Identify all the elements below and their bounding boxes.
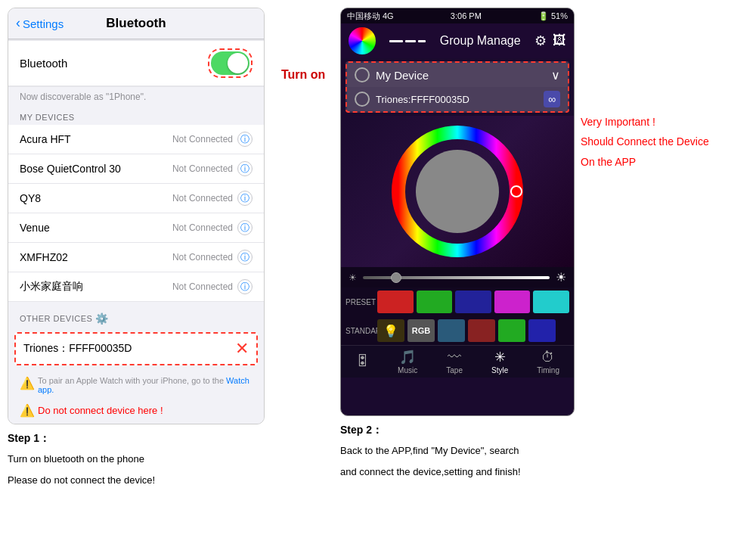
other-device-name: Triones：FFFF00035D [23,342,132,356]
app-screen: 中国移动 4G 3:06 PM 🔋 51% [340,8,575,416]
color-wheel-area [341,116,574,267]
info-btn[interactable]: ⓘ [237,279,253,294]
battery-text: 51% [551,11,568,20]
step2-section: Step 2： Back to the APP,find "My Device"… [340,424,748,479]
right-annotations: Very Important ! Should Connect the Devi… [581,8,709,416]
annotation-line1: Very Important ! [581,113,709,130]
preset-swatch-blue[interactable] [455,291,491,313]
svg-point-2 [511,186,522,197]
standard-btn-teal[interactable] [438,319,465,342]
standard-label: STANDARD [345,327,374,335]
brightness-slider: ☀ ☀ [341,267,574,287]
color-wheel-icon[interactable] [349,27,376,54]
warning-icon: ⚠️ [20,376,35,390]
step1-line1: Turn on bluetooth on the phone [8,452,333,467]
info-btn[interactable]: ⓘ [237,132,253,147]
time-text: 3:06 PM [451,11,482,20]
info-btn[interactable]: ⓘ [237,220,253,235]
back-button[interactable]: ‹ Settings [16,16,64,31]
preset-label: PRESET [345,298,374,306]
triones-circle-icon [355,92,370,107]
my-device-row[interactable]: My Device ∨ [347,63,568,87]
music-icon: 🎵 [399,349,416,365]
brightness-min-icon: ☀ [349,272,357,283]
tune-icon: 🎛 [355,353,369,369]
nav-item-style[interactable]: ✳ Style [491,349,508,375]
nav-item-music[interactable]: 🎵 Music [398,349,417,375]
standard-btn-darkred[interactable] [468,319,495,342]
preset-swatch-green[interactable] [417,291,453,313]
bluetooth-row: Bluetooth [8,40,264,86]
app-header: Group Manage ⚙ 🖼 [341,23,574,58]
link-icon[interactable]: ∞ [544,91,560,107]
discoverable-text: Now discoverable as "1Phone". [8,87,264,108]
standard-btn-blue2[interactable] [528,319,556,342]
app-header-icons: ⚙ 🖼 [534,33,566,49]
timing-icon: ⏱ [541,350,555,365]
app-bottom-nav: 🎛 🎵 Music 〰 Tape ✳ Style [341,345,574,378]
standard-btn-rgb[interactable]: RGB [407,319,435,342]
battery-icon: 🔋 [538,11,549,21]
info-btn[interactable]: ⓘ [237,191,253,206]
step1-line2: Please do not connect the device! [8,473,333,488]
back-arrow-icon: ‹ [16,15,20,31]
svg-point-1 [416,150,499,233]
ios-title: Bluetooth [106,16,166,31]
preset-swatch-red[interactable] [377,291,414,313]
nav-item-timing[interactable]: ⏱ Timing [537,350,559,375]
watch-warning: ⚠️ To pair an Apple Watch with your iPho… [8,370,264,400]
annotation-line2: Should Connect the Device [581,133,709,150]
nav-item-tape[interactable]: 〰 Tape [446,350,463,375]
x-button[interactable]: ✕ [235,340,249,357]
my-device-dropdown[interactable]: My Device ∨ Triones:FFFF00035D ∞ [345,61,569,113]
step2-line1: Back to the APP,find "My Device", search [340,443,748,458]
preset-swatch-magenta[interactable] [494,291,531,313]
device-circle-icon [355,67,370,82]
bluetooth-toggle[interactable] [211,51,249,75]
other-devices-box: Triones：FFFF00035D ✕ [14,332,258,365]
chevron-down-icon: ∨ [551,68,560,82]
warning-triangle-icon: ⚠️ [20,403,35,418]
do-not-connect-text: Do not connect device here ! [38,405,163,416]
tape-icon: 〰 [448,350,461,365]
step1-label: Step 1： [8,432,333,446]
device-row: XMFHZ02 Not Connected ⓘ [8,243,264,272]
slider-thumb [391,272,401,283]
other-devices-header: OTHER DEVICES [20,314,92,323]
left-annotations: Turn on [275,8,325,82]
device-row: 小米家庭音响 Not Connected ⓘ [8,272,264,302]
network-text: 4G [383,11,394,20]
nav-item-tune[interactable]: 🎛 [355,353,369,370]
style-icon: ✳ [494,349,506,365]
gear-icon[interactable]: ⚙ [534,33,547,49]
my-device-label: My Device [376,69,429,82]
other-device-row[interactable]: Triones：FFFF00035D ✕ [16,334,256,364]
info-btn[interactable]: ⓘ [237,161,253,176]
app-title: Group Manage [440,34,521,48]
brightness-max-icon: ☀ [556,270,566,284]
app-screen-wrapper: 中国移动 4G 3:06 PM 🔋 51% [340,8,748,416]
slider-track[interactable] [363,276,550,279]
step2-label: Step 2： [340,424,748,437]
color-ring-svg[interactable] [389,123,525,260]
standard-btn-green2[interactable] [498,319,525,342]
turn-on-label: Turn on [281,68,325,82]
back-label: Settings [23,17,64,30]
image-icon[interactable]: 🖼 [553,33,566,49]
annotation-line3: On the APP [581,154,709,170]
triones-label: Triones:FFFF00035D [376,94,469,105]
bluetooth-label: Bluetooth [20,57,67,70]
info-btn[interactable]: ⓘ [237,250,253,265]
my-devices-header: MY DEVICES [8,108,264,125]
step1-section: Step 1： Turn on bluetooth on the phone P… [8,432,333,487]
device-row: Acura HFT Not Connected ⓘ [8,125,264,154]
device-row: Bose QuietControl 30 Not Connected ⓘ [8,154,264,184]
standard-row: STANDARD 💡 RGB [341,316,574,345]
preset-row: PRESET [341,287,574,316]
ios-screen: ‹ Settings Bluetooth Bluetooth [8,8,265,424]
toggle-knob [228,53,248,73]
standard-btn-bulb[interactable]: 💡 [377,319,404,342]
my-devices-list: Acura HFT Not Connected ⓘ Bose QuietCont… [8,125,264,302]
triones-row[interactable]: Triones:FFFF00035D ∞ [347,87,568,111]
preset-swatch-cyan[interactable] [533,291,569,313]
